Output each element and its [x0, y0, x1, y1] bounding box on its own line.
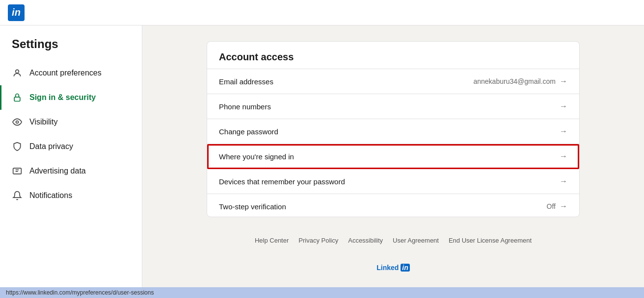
- main-layout: Settings Account preferences Sign in & s…: [0, 25, 644, 287]
- change-password-label: Change password: [219, 127, 278, 136]
- two-step-value: Off: [547, 202, 556, 210]
- person-icon: [12, 68, 23, 78]
- email-addresses-row[interactable]: Email addresses annekaburu34@gmail.com →: [207, 69, 579, 94]
- top-nav: in: [0, 0, 644, 25]
- menu-row-right: →: [560, 177, 567, 186]
- arrow-icon: →: [560, 77, 567, 86]
- menu-row-right: annekaburu34@gmail.com →: [473, 77, 567, 86]
- arrow-icon: →: [560, 152, 567, 161]
- email-addresses-label: Email addresses: [219, 77, 273, 86]
- status-bar: https://www.linkedin.com/mypreferences/d…: [0, 287, 644, 298]
- menu-row-left: Phone numbers: [219, 102, 271, 111]
- devices-remember-password-row[interactable]: Devices that remember your password →: [207, 169, 579, 194]
- svg-rect-1: [14, 97, 20, 101]
- sidebar-item-label: Advertising data: [29, 167, 86, 175]
- where-signed-in-row[interactable]: Where you're signed in →: [207, 144, 579, 169]
- menu-row-left: Change password: [219, 127, 278, 136]
- sidebar-item-label: Visibility: [29, 118, 58, 126]
- menu-row-right: →: [560, 102, 567, 111]
- two-step-verification-row[interactable]: Two-step verification Off →: [207, 194, 579, 217]
- privacy-policy-link[interactable]: Privacy Policy: [298, 237, 338, 244]
- accessibility-link[interactable]: Accessibility: [348, 237, 383, 244]
- svg-point-0: [16, 70, 19, 73]
- content-area: Account access Email addresses annekabur…: [142, 25, 644, 287]
- sidebar-item-label: Notifications: [29, 191, 72, 200]
- svg-point-2: [16, 121, 19, 124]
- arrow-icon: →: [560, 177, 567, 186]
- sidebar-item-label: Sign in & security: [29, 93, 96, 102]
- menu-row-left: Where you're signed in: [219, 152, 294, 161]
- sidebar-item-notifications[interactable]: Notifications: [0, 183, 142, 208]
- help-center-link[interactable]: Help Center: [255, 237, 289, 244]
- status-url: https://www.linkedin.com/mypreferences/d…: [6, 289, 154, 296]
- arrow-icon: →: [560, 202, 567, 211]
- menu-row-left: Email addresses: [219, 77, 273, 86]
- phone-numbers-row[interactable]: Phone numbers →: [207, 94, 579, 119]
- footer-links: Help Center Privacy Policy Accessibility…: [247, 229, 539, 252]
- sidebar-item-label: Account preferences: [29, 69, 102, 77]
- footer-brand-text: Linked: [376, 264, 399, 272]
- sidebar-item-sign-in-security[interactable]: Sign in & security: [0, 85, 142, 110]
- shield-icon: [12, 141, 23, 152]
- footer-brand-logo: in: [401, 264, 409, 272]
- ad-icon: [12, 166, 23, 176]
- phone-numbers-label: Phone numbers: [219, 102, 271, 111]
- menu-row-right: Off →: [547, 202, 567, 211]
- sidebar-item-account-preferences[interactable]: Account preferences: [0, 61, 142, 85]
- arrow-icon: →: [560, 127, 567, 136]
- two-step-label: Two-step verification: [219, 202, 286, 211]
- where-signed-in-label: Where you're signed in: [219, 152, 294, 161]
- sidebar-title: Settings: [0, 37, 142, 61]
- footer-brand: Linked in: [162, 264, 624, 272]
- card-title: Account access: [207, 42, 579, 69]
- sidebar: Settings Account preferences Sign in & s…: [0, 25, 142, 287]
- sidebar-item-advertising-data[interactable]: Advertising data: [0, 159, 142, 183]
- menu-row-left: Two-step verification: [219, 202, 286, 211]
- lock-icon: [12, 92, 23, 103]
- menu-row-left: Devices that remember your password: [219, 177, 345, 186]
- menu-row-right: →: [560, 152, 567, 161]
- sidebar-item-visibility[interactable]: Visibility: [0, 110, 142, 134]
- arrow-icon: →: [560, 102, 567, 111]
- devices-remember-label: Devices that remember your password: [219, 177, 345, 186]
- menu-row-right: →: [560, 127, 567, 136]
- bell-icon: [12, 190, 23, 201]
- account-access-card: Account access Email addresses annekabur…: [207, 41, 580, 217]
- eula-link[interactable]: End User License Agreement: [449, 237, 532, 244]
- sidebar-item-label: Data privacy: [29, 142, 73, 151]
- sidebar-item-data-privacy[interactable]: Data privacy: [0, 134, 142, 159]
- linkedin-logo[interactable]: in: [8, 4, 25, 21]
- eye-icon: [12, 117, 23, 127]
- change-password-row[interactable]: Change password →: [207, 119, 579, 144]
- email-value: annekaburu34@gmail.com: [473, 77, 556, 85]
- user-agreement-link[interactable]: User Agreement: [393, 237, 439, 244]
